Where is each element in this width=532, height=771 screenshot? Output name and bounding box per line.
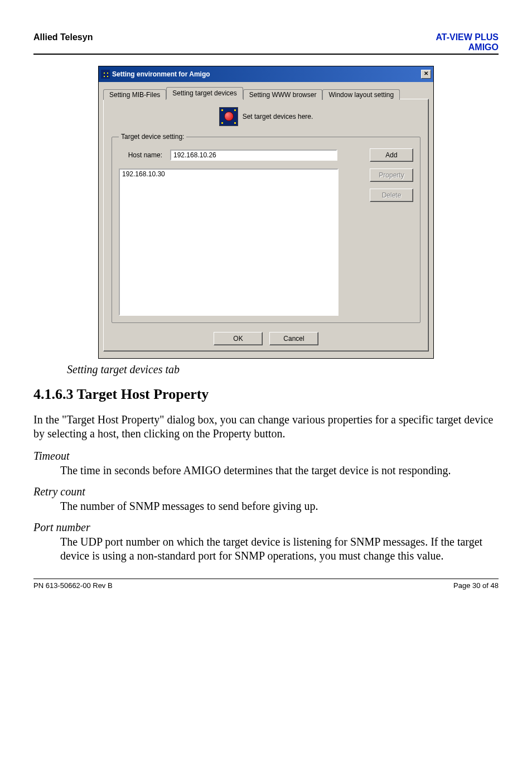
target-device-group: Target device setting: Host name: Add 19…	[112, 133, 420, 323]
footer-left: PN 613-50662-00 Rev B	[33, 581, 113, 590]
header-divider	[33, 54, 499, 55]
term-retry: Retry count	[33, 485, 499, 498]
tab-panel-target-devices: Set target devices here. Target device s…	[103, 99, 429, 351]
def-port: The UDP port number on which the target …	[60, 535, 499, 563]
tab-target-devices[interactable]: Setting target devices	[166, 87, 243, 99]
footer-right: Page 30 of 48	[453, 581, 499, 590]
def-timeout: The time in seconds before AMIGO determi…	[60, 464, 499, 478]
close-icon[interactable]: ✕	[421, 70, 431, 79]
tab-www-browser[interactable]: Setting WWW browser	[243, 89, 323, 100]
host-name-label: Host name:	[119, 151, 165, 159]
app-icon	[101, 70, 110, 79]
term-port: Port number	[33, 521, 499, 534]
product-sub: AMIGO	[468, 42, 499, 52]
titlebar: Setting environment for Amigo ✕	[99, 66, 433, 82]
def-retry: The number of SNMP messages to send befo…	[60, 499, 499, 513]
product-name: AT-VIEW PLUS	[436, 32, 499, 42]
cancel-button[interactable]: Cancel	[269, 332, 318, 345]
hint-text: Set target devices here.	[243, 113, 313, 121]
delete-button[interactable]: Delete	[370, 189, 413, 202]
dialog-title: Setting environment for Amigo	[112, 70, 421, 78]
tab-window-layout[interactable]: Window layout setting	[322, 89, 400, 100]
settings-dialog: Setting environment for Amigo ✕ Setting …	[98, 66, 434, 359]
hint-icon	[219, 107, 238, 126]
ok-button[interactable]: OK	[214, 332, 263, 345]
add-button[interactable]: Add	[370, 148, 413, 162]
host-name-input[interactable]	[170, 150, 337, 161]
device-listbox[interactable]: 192.168.10.30	[119, 168, 338, 316]
doc-header-right: AT-VIEW PLUS AMIGO	[436, 32, 499, 52]
term-timeout: Timeout	[33, 450, 499, 462]
figure-caption: Setting target devices tab	[67, 363, 499, 376]
intro-paragraph: In the "Target Host Property" dialog box…	[33, 413, 499, 441]
doc-header-left: Allied Telesyn	[33, 32, 93, 42]
section-heading: 4.1.6.3 Target Host Property	[33, 386, 499, 403]
tab-strip: Setting MIB-Files Setting target devices…	[103, 86, 429, 99]
group-legend: Target device setting:	[119, 133, 186, 141]
list-item[interactable]: 192.168.10.30	[120, 170, 337, 179]
tab-mib-files[interactable]: Setting MIB-Files	[103, 89, 166, 100]
footer-divider	[33, 579, 499, 579]
property-button[interactable]: Property	[370, 168, 413, 182]
